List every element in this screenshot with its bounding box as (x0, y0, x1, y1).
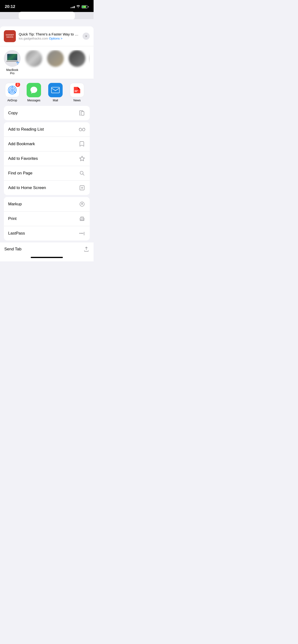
add-home-screen-label: Add to Home Screen (8, 186, 46, 190)
status-icons: ⚡ (71, 5, 89, 8)
status-time: 20:12 (5, 4, 15, 9)
airdrop-signal-icon (16, 61, 20, 66)
news-app-label: News (73, 99, 81, 102)
send-tab-icon (83, 246, 89, 252)
add-bookmark-item[interactable]: Add Bookmark (4, 137, 90, 152)
share-options-button[interactable]: Options > (49, 37, 62, 40)
blurred-avatar-2 (47, 50, 64, 67)
copy-card: Copy (4, 106, 90, 120)
share-app-mail[interactable]: Mail (47, 83, 64, 102)
apps-list: 2 AirDrop (4, 83, 90, 102)
markup-label: Markup (8, 202, 22, 206)
macbook-label: MacBook Pro (4, 68, 21, 75)
blurred-avatar-1 (26, 50, 42, 67)
lastpass-icon: •••| (79, 230, 85, 237)
svg-rect-10 (75, 91, 77, 92)
wifi-icon (76, 5, 80, 8)
share-app-messages[interactable]: Messages (26, 83, 42, 102)
airdrop-nearby-section: MacBook Pro (0, 46, 94, 79)
mail-app-label: Mail (53, 99, 58, 102)
svg-rect-14 (81, 112, 84, 116)
share-title-area: Quick Tip: There's a Faster Way to Op...… (19, 32, 80, 40)
bookmarks-card: Add to Reading List Add Bookmark (4, 122, 90, 195)
news-app-icon (70, 83, 84, 97)
add-bookmark-label: Add Bookmark (8, 142, 35, 146)
add-reading-list-label: Add to Reading List (8, 127, 44, 132)
send-tab-label: Send Tab (4, 247, 22, 252)
svg-marker-17 (80, 156, 84, 161)
airdrop-app-icon: 2 (5, 83, 20, 97)
signal-bar-4 (74, 6, 75, 8)
airdrop-device-blurred-3[interactable] (69, 50, 85, 75)
print-icon (79, 216, 85, 222)
svg-rect-7 (51, 87, 59, 93)
copy-icon (79, 110, 85, 116)
airdrop-device-list: MacBook Pro (4, 50, 90, 75)
macbook-avatar (4, 50, 21, 67)
send-tab-row[interactable]: Send Tab (0, 242, 94, 254)
airdrop-device-macbook[interactable]: MacBook Pro (4, 50, 21, 75)
menu-section: Copy Add to Reading List (0, 106, 94, 240)
share-title: Quick Tip: There's a Faster Way to Op... (19, 32, 80, 36)
add-reading-list-item[interactable]: Add to Reading List (4, 122, 90, 137)
star-icon (79, 155, 85, 162)
add-favorites-label: Add to Favorites (8, 156, 38, 161)
gadget-hacks-icon: GADGETHACKS (4, 30, 16, 42)
status-bar: 20:12 ⚡ (0, 0, 94, 12)
share-header: GADGETHACKS Quick Tip: There's a Faster … (0, 26, 94, 46)
mail-app-icon (48, 83, 63, 97)
find-on-page-item[interactable]: Find on Page (4, 166, 90, 181)
svg-line-19 (83, 174, 84, 176)
home-indicator (31, 257, 63, 258)
home-indicator-area (0, 254, 94, 262)
close-icon: × (85, 34, 87, 38)
glasses-icon (79, 126, 85, 133)
messages-app-icon (27, 83, 41, 97)
airdrop-badge: 2 (15, 83, 20, 87)
battery-icon: ⚡ (82, 5, 89, 8)
plus-square-icon (79, 184, 85, 191)
signal-bars-icon (71, 5, 75, 8)
search-icon (79, 170, 85, 176)
lastpass-label: LastPass (8, 231, 25, 236)
markup-item[interactable]: Markup (4, 197, 90, 212)
markup-icon (79, 201, 85, 208)
share-app-news[interactable]: News (69, 83, 85, 102)
book-icon (79, 141, 85, 147)
airdrop-app-label: AirDrop (8, 99, 17, 102)
tools-card: Markup Print (4, 197, 90, 240)
blurred-avatar-3 (69, 50, 85, 67)
svg-point-27 (83, 218, 84, 219)
copy-menu-item[interactable]: Copy (4, 106, 90, 120)
apps-section: 2 AirDrop (0, 79, 94, 104)
airdrop-device-blurred-1[interactable] (26, 50, 42, 75)
svg-rect-26 (81, 219, 83, 220)
print-item[interactable]: Print (4, 212, 90, 226)
share-url: ios.gadgethacks.com (19, 37, 48, 40)
svg-point-18 (80, 171, 83, 174)
lastpass-item[interactable]: LastPass •••| (4, 226, 90, 240)
svg-rect-9 (75, 90, 78, 91)
share-app-airdrop[interactable]: 2 AirDrop (4, 83, 21, 102)
signal-bar-1 (71, 8, 71, 8)
find-on-page-label: Find on Page (8, 171, 32, 176)
add-home-screen-item[interactable]: Add to Home Screen (4, 181, 90, 195)
add-favorites-item[interactable]: Add to Favorites (4, 152, 90, 166)
airdrop-device-blurred-2[interactable] (47, 50, 64, 75)
copy-label: Copy (8, 111, 18, 116)
signal-bar-2 (72, 7, 72, 8)
share-close-button[interactable]: × (83, 32, 90, 40)
print-label: Print (8, 216, 17, 221)
messages-app-label: Messages (27, 99, 41, 102)
svg-point-3 (12, 90, 13, 91)
signal-bar-3 (73, 6, 74, 8)
